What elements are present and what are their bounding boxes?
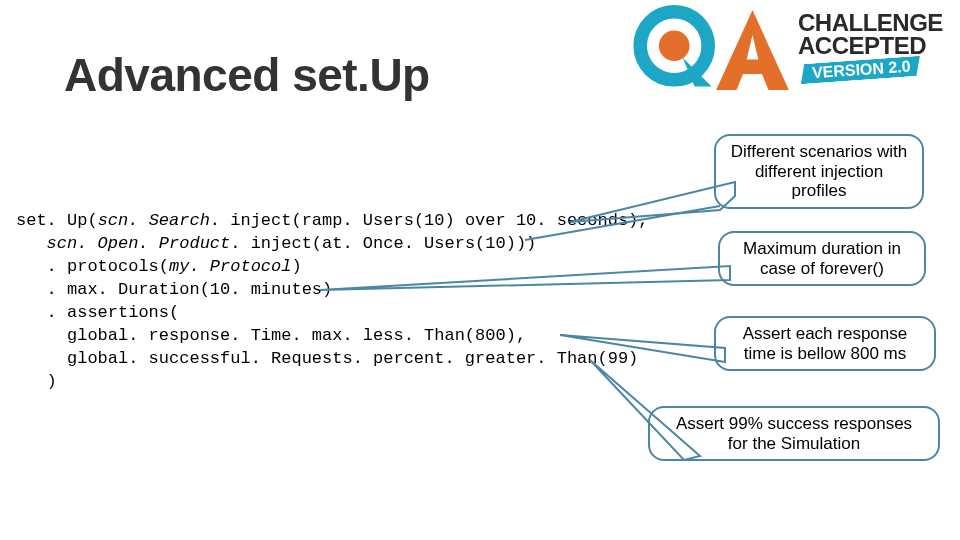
callout-assert-response: Assert each response time is bellow 800 … (714, 316, 936, 371)
code-l4: . max. Duration(10. minutes) (16, 280, 332, 299)
qa-challenge-logo: CHALLENGE ACCEPTED VERSION 2.0 (630, 0, 960, 90)
logo-q-icon (630, 5, 715, 90)
code-l2b: scn. Open. Product (47, 234, 231, 253)
callout-assert-success: Assert 99% success responses for the Sim… (648, 406, 940, 461)
code-l7: global. successful. Requests. percent. g… (16, 349, 638, 368)
callout-scenarios: Different scenarios with different injec… (714, 134, 924, 209)
code-l3a: . protocols( (16, 257, 169, 276)
logo-accepted-label: ACCEPTED (798, 35, 943, 58)
callout-max-duration: Maximum duration in case of forever() (718, 231, 926, 286)
logo-text: CHALLENGE ACCEPTED (798, 12, 943, 58)
code-block: set. Up(scn. Search. inject(ramp. Users(… (16, 210, 649, 394)
logo-version-band: VERSION 2.0 (799, 56, 921, 84)
svg-point-1 (659, 31, 690, 62)
code-l3b: my. Protocol (169, 257, 291, 276)
code-l3c: ) (291, 257, 301, 276)
code-l2c: . inject(at. Once. Users(10))) (230, 234, 536, 253)
code-l2a (16, 234, 47, 253)
code-l1b: scn. Search (98, 211, 210, 230)
page-title: Advanced set.Up (64, 48, 430, 102)
code-l5: . assertions( (16, 303, 179, 322)
code-l8: ) (16, 372, 57, 391)
logo-a-icon (715, 10, 790, 90)
logo-version-label: VERSION 2.0 (799, 56, 921, 84)
code-l1c: . inject(ramp. Users(10) over 10. second… (210, 211, 649, 230)
code-l6: global. response. Time. max. less. Than(… (16, 326, 526, 345)
slide: Advanced set.Up CHALLENGE ACCEPTED VERSI… (0, 0, 960, 540)
code-l1a: set. Up( (16, 211, 98, 230)
